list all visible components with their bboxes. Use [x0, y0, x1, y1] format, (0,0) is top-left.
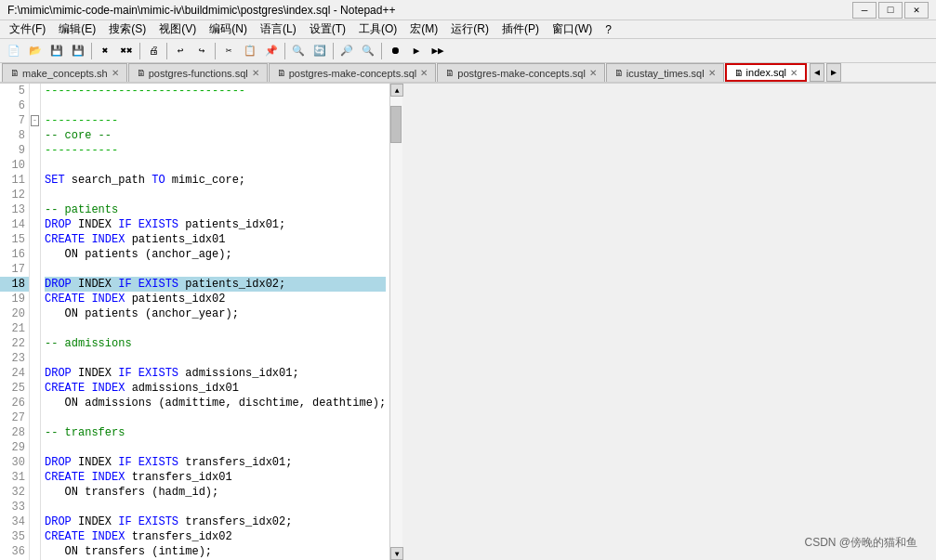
code-line-23: [45, 351, 386, 366]
tab-icon-tab4: 🗎: [445, 68, 455, 78]
code-line-24: DROP INDEX IF EXISTS admissions_idx01;: [45, 366, 386, 381]
toolbar-sep-3: [166, 43, 167, 59]
toolbar-sep-6: [333, 43, 334, 59]
menu-item-[interactable]: ?: [600, 22, 617, 37]
line-number-32: 32: [0, 485, 29, 500]
code-line-27: [45, 410, 386, 425]
maximize-button[interactable]: □: [878, 2, 903, 19]
close-all-button[interactable]: ✖✖: [116, 41, 137, 61]
code-line-19: CREATE INDEX patients_idx02: [45, 292, 386, 306]
watermark: CSDN @傍晚的猫和鱼: [804, 535, 917, 551]
line-number-21: 21: [0, 321, 29, 336]
toolbar-sep-1: [91, 43, 92, 59]
code-line-21: [45, 321, 386, 336]
line-number-29: 29: [0, 440, 29, 455]
line-number-7: 7: [0, 113, 29, 128]
close-button-tb[interactable]: ✖: [95, 41, 115, 61]
print-button[interactable]: 🖨: [143, 41, 164, 61]
line-number-11: 11: [0, 173, 29, 188]
tab-tab1[interactable]: 🗎make_concepts.sh✕: [2, 63, 127, 82]
menu-item-s[interactable]: 搜索(S): [103, 20, 152, 38]
menu-item-r[interactable]: 运行(R): [445, 20, 494, 38]
zoom-in-button[interactable]: 🔎: [336, 41, 357, 61]
close-button[interactable]: ✕: [904, 2, 929, 19]
tab-tab6[interactable]: 🗎index.sql✕: [725, 63, 807, 82]
tab-nav-left[interactable]: ◀: [810, 63, 824, 82]
save-all-button[interactable]: 💾: [68, 41, 88, 61]
line-number-17: 17: [0, 262, 29, 277]
tab-close-tab3[interactable]: ✕: [420, 68, 428, 78]
tab-close-tab5[interactable]: ✕: [708, 68, 716, 78]
code-line-8: -- core --: [45, 128, 386, 143]
code-line-31: CREATE INDEX transfers_idx01: [45, 470, 386, 485]
fold-cell-31: [30, 470, 40, 485]
line-number-19: 19: [0, 292, 29, 306]
tab-icon-tab3: 🗎: [277, 68, 286, 78]
macro-play-button[interactable]: ▶: [406, 41, 427, 61]
find-button[interactable]: 🔍: [288, 41, 309, 61]
line-number-27: 27: [0, 410, 29, 425]
fold-cell-28: [30, 425, 40, 440]
line-number-25: 25: [0, 381, 29, 396]
macro-run-button[interactable]: ▶▶: [428, 41, 448, 61]
menu-item-v[interactable]: 视图(V): [153, 20, 202, 38]
menu-item-n[interactable]: 编码(N): [204, 20, 253, 38]
menu-item-t[interactable]: 设置(T): [304, 20, 351, 38]
cut-button[interactable]: ✂: [218, 41, 239, 61]
editor-container: 5678910111213141516171819202122232425262…: [0, 84, 389, 560]
tab-label-tab4: postgres-make-concepts.sql: [457, 68, 586, 79]
code-line-16: ON patients (anchor_age);: [45, 247, 386, 262]
fold-cell-19: [30, 292, 40, 306]
scroll-thumb[interactable]: [390, 106, 402, 143]
open-file-button[interactable]: 📂: [25, 41, 46, 61]
code-line-18: DROP INDEX IF EXISTS patients_idx02;: [45, 277, 386, 292]
line-number-18: 18: [0, 277, 29, 292]
menu-item-m[interactable]: 宏(M): [404, 20, 443, 38]
menu-item-l[interactable]: 语言(L): [255, 20, 302, 38]
replace-button[interactable]: 🔄: [310, 41, 330, 61]
tab-icon-tab5: 🗎: [614, 68, 624, 78]
menu-item-p[interactable]: 插件(P): [496, 20, 545, 38]
toolbar: 📄 📂 💾 💾 ✖ ✖✖ 🖨 ↩ ↪ ✂ 📋 📌 🔍 🔄 🔎 🔍 ⏺ ▶ ▶▶: [0, 39, 936, 63]
menu-item-w[interactable]: 窗口(W): [547, 20, 598, 38]
line-number-13: 13: [0, 202, 29, 217]
fold-cell-7[interactable]: -: [30, 113, 40, 128]
new-file-button[interactable]: 📄: [4, 41, 24, 61]
fold-cell-23: [30, 351, 40, 366]
code-line-12: [45, 188, 386, 202]
tab-tab5[interactable]: 🗎icustay_times.sql✕: [606, 63, 724, 82]
copy-button[interactable]: 📋: [240, 41, 260, 61]
menu-item-f[interactable]: 文件(F): [4, 20, 51, 38]
minimize-button[interactable]: —: [852, 2, 877, 19]
tab-icon-tab1: 🗎: [10, 68, 20, 78]
macro-record-button[interactable]: ⏺: [385, 41, 405, 61]
toolbar-sep-4: [215, 43, 216, 59]
tab-close-tab1[interactable]: ✕: [112, 68, 119, 78]
scroll-track[interactable]: [390, 97, 402, 547]
fold-cell-14: [30, 217, 40, 232]
code-line-14: DROP INDEX IF EXISTS patients_idx01;: [45, 217, 386, 232]
menu-item-e[interactable]: 编辑(E): [53, 20, 101, 38]
paste-button[interactable]: 📌: [261, 41, 282, 61]
tab-close-tab6[interactable]: ✕: [790, 68, 798, 78]
redo-button[interactable]: ↪: [191, 41, 212, 61]
save-button[interactable]: 💾: [46, 41, 67, 61]
scroll-down-button[interactable]: ▼: [390, 547, 403, 560]
tab-tab4[interactable]: 🗎postgres-make-concepts.sql✕: [437, 63, 605, 82]
code-line-34: DROP INDEX IF EXISTS transfers_idx02;: [45, 514, 386, 529]
tab-nav-right[interactable]: ▶: [826, 63, 841, 82]
line-number-26: 26: [0, 396, 29, 410]
tab-tab3[interactable]: 🗎postgres-make-concepts.sql✕: [269, 63, 437, 82]
tab-close-tab2[interactable]: ✕: [252, 68, 259, 78]
scroll-up-button[interactable]: ▲: [390, 84, 403, 97]
tab-tab2[interactable]: 🗎postgres-functions.sql✕: [128, 63, 268, 82]
vertical-scrollbar[interactable]: ▲ ▼: [389, 84, 402, 560]
zoom-out-button[interactable]: 🔍: [358, 41, 378, 61]
fold-cell-10: [30, 158, 40, 173]
code-area[interactable]: ------------------------------ ---------…: [41, 84, 389, 560]
line-number-35: 35: [0, 529, 29, 544]
code-line-17: [45, 262, 386, 277]
tab-close-tab4[interactable]: ✕: [589, 68, 597, 78]
undo-button[interactable]: ↩: [170, 41, 191, 61]
menu-item-o[interactable]: 工具(O): [353, 20, 402, 38]
